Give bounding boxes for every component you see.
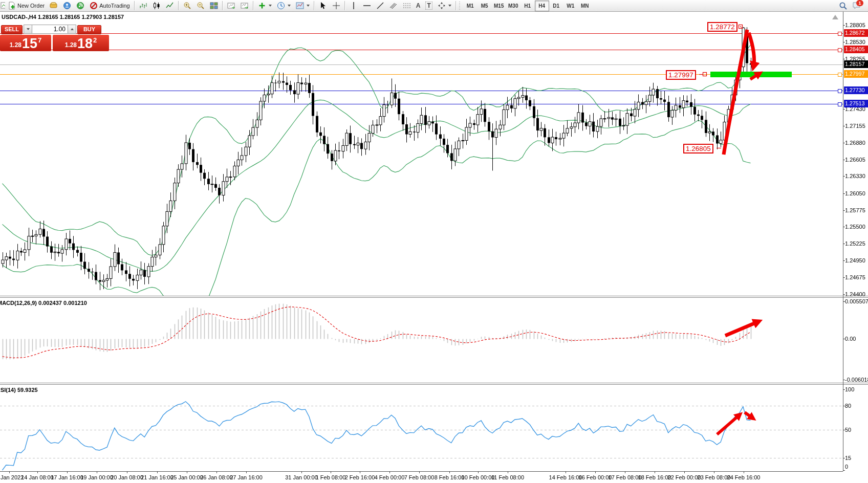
community-icon (63, 2, 71, 10)
price-line-marker (838, 102, 842, 106)
time-tick-mark (714, 471, 714, 473)
channel-tool-button[interactable] (387, 0, 400, 11)
time-axis-label: 14 Feb 16:00 (549, 474, 582, 480)
notifications-button[interactable]: 1 (850, 0, 865, 11)
search-button[interactable] (836, 0, 850, 11)
new-order-icon (8, 2, 16, 10)
rsi-tick-mark (843, 470, 845, 471)
sell-price-display[interactable]: 1.28 15 7 (0, 35, 51, 51)
line-chart-icon (166, 2, 174, 10)
current-price-label: 1.28157 (844, 60, 868, 68)
tf-button-m30[interactable]: M30 (506, 1, 520, 11)
volume-input[interactable] (32, 25, 68, 34)
volume-increase-button[interactable] (68, 25, 76, 34)
indicators-button[interactable] (255, 0, 274, 11)
market-button[interactable] (47, 0, 60, 11)
new-order-button[interactable]: New Order (5, 0, 47, 11)
volume-decrease-button[interactable] (24, 25, 32, 34)
fibonacci-tool-button[interactable] (400, 0, 414, 11)
sell-price-whole: 1.28 (10, 41, 21, 49)
price-callout[interactable]: 1.27997 (666, 70, 696, 80)
time-tick-mark (331, 471, 331, 473)
signals-button[interactable] (74, 0, 87, 11)
arrows-tool-button[interactable] (435, 0, 454, 11)
chart-shift-button[interactable] (225, 0, 238, 11)
bar-chart-button[interactable] (137, 0, 150, 11)
price-callout[interactable]: 1.28772 (707, 22, 737, 32)
rsi-tick-label: 0 (845, 463, 867, 470)
price-line-label: 1.28405 (844, 46, 868, 53)
tf-button-m5[interactable]: M5 (478, 1, 492, 11)
time-axis-label: 23 Feb 08:00 (698, 474, 731, 480)
price-callout[interactable]: 1.26805 (683, 144, 713, 153)
templates-button[interactable] (293, 0, 312, 11)
toolbar-right-group: 1 (836, 0, 865, 11)
horizontal-line-tool-button[interactable] (360, 0, 374, 11)
buy-price-display[interactable]: 1.28 18 2 (53, 35, 109, 51)
sell-button[interactable]: SELL (1, 25, 23, 34)
tf-button-mn[interactable]: MN (578, 1, 592, 11)
community-button[interactable] (60, 0, 74, 11)
panel-separator (0, 384, 868, 385)
autoscroll-button[interactable] (238, 0, 251, 11)
time-tick-mark (97, 471, 97, 473)
time-axis-label: 31 Jan 00:00 (285, 474, 318, 480)
market-icon (50, 2, 58, 10)
trendline-tool-button[interactable] (374, 0, 387, 11)
price-line-marker (838, 32, 842, 36)
tf-button-h4[interactable]: H4 (535, 1, 549, 11)
tf-button-m15[interactable]: M15 (492, 1, 506, 11)
text-label-tool-button[interactable]: T (423, 0, 435, 11)
tile-windows-button[interactable] (207, 0, 221, 11)
time-tick-mark (478, 471, 479, 473)
periods-button[interactable] (274, 0, 293, 11)
time-tick-mark (684, 471, 685, 473)
equidistant-channel-icon (389, 2, 398, 10)
time-tick-mark (595, 471, 596, 473)
tf-button-w1[interactable]: W1 (563, 1, 578, 11)
time-tick-mark (419, 471, 420, 473)
price-tick-label: 1.24400 (845, 291, 867, 298)
time-tick-mark (744, 471, 744, 473)
toolbar-separator (455, 1, 457, 10)
time-axis-label: 11 Feb 08:00 (491, 474, 524, 480)
zoom-out-button[interactable] (194, 0, 207, 11)
autotrading-button[interactable]: AutoTrading (87, 0, 133, 11)
buy-button[interactable]: BUY (77, 25, 101, 34)
time-axis-label: 26 Jan 08:00 (200, 474, 233, 480)
rsi-tick-label: 15 (845, 454, 867, 462)
panel-separator[interactable] (0, 383, 868, 383)
time-tick-mark (127, 471, 127, 473)
toolbar-grip (459, 2, 462, 10)
new-chart-icon[interactable] (1, 2, 5, 10)
autoscroll-icon (241, 2, 249, 10)
tf-button-h1[interactable]: H1 (520, 1, 535, 11)
text-tool-button[interactable]: A (414, 0, 423, 11)
time-axis-label: 25 Jan 00:00 (170, 474, 203, 480)
line-chart-button[interactable] (163, 0, 177, 11)
autotrading-label: AutoTrading (99, 3, 130, 9)
add-indicator-icon (258, 2, 266, 10)
arrows-icon (438, 2, 446, 10)
volume-stepper (24, 25, 76, 34)
cursor-tool-button[interactable] (316, 0, 330, 11)
rsi-tick-label: 50 (845, 426, 867, 433)
price-tick-label: 1.28805 (845, 21, 867, 29)
panel-separator[interactable] (0, 296, 868, 296)
zoom-in-button[interactable] (181, 0, 194, 11)
tf-button-d1[interactable]: D1 (549, 1, 563, 11)
autotrading-icon (90, 2, 98, 10)
vertical-line-tool-button[interactable] (347, 0, 360, 11)
candlestick-chart-button[interactable] (150, 0, 163, 11)
time-axis-label: 2 Feb 16:00 (345, 474, 375, 480)
rsi-tick-label: 80 (845, 402, 867, 409)
price-line-marker (838, 89, 842, 93)
time-tick-mark (301, 471, 302, 473)
tf-button-m1[interactable]: M1 (463, 1, 478, 11)
time-axis-label: 16 Feb 00:00 (579, 474, 612, 480)
new-order-label: New Order (17, 3, 45, 9)
time-axis-label: 7 Feb 08:00 (404, 474, 435, 480)
support-zone-rectangle[interactable] (710, 72, 792, 77)
crosshair-tool-button[interactable] (330, 0, 343, 11)
time-tick-mark (360, 471, 360, 473)
